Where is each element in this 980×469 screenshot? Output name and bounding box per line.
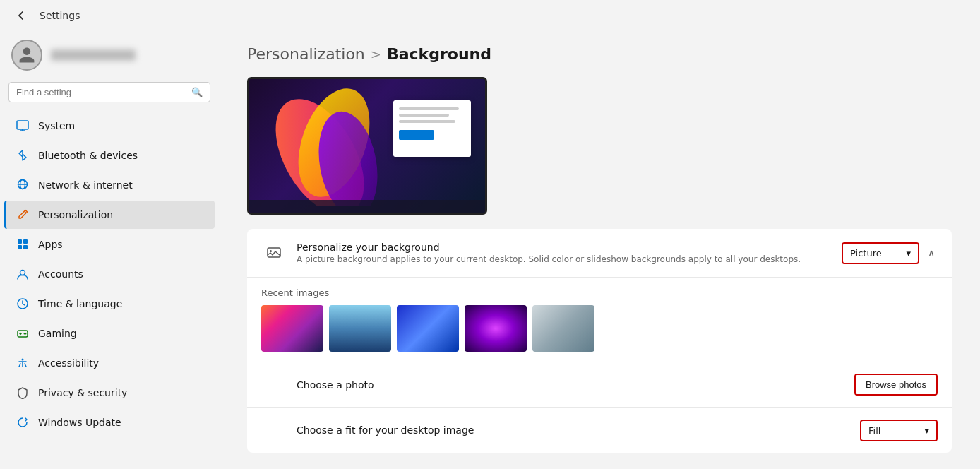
sidebar-item-network[interactable]: Network & internet bbox=[4, 171, 215, 199]
title-bar: Settings bbox=[0, 0, 980, 31]
sidebar-item-personalization[interactable]: Personalization bbox=[4, 201, 215, 229]
choose-fit-row: Choose a fit for your desktop image Fill… bbox=[247, 408, 952, 453]
preview-window-button bbox=[399, 130, 434, 140]
time-icon bbox=[16, 297, 30, 311]
sidebar-label-personalization: Personalization bbox=[38, 209, 113, 220]
breadcrumb: Personalization > Background bbox=[247, 45, 952, 63]
sidebar-item-accounts[interactable]: Accounts bbox=[4, 260, 215, 288]
choose-photo-title: Choose a photo bbox=[297, 379, 854, 391]
choose-photo-text: Choose a photo bbox=[261, 379, 854, 391]
preview-wallpaper-bg bbox=[249, 79, 485, 213]
content-area: Personalization > Background bbox=[219, 31, 980, 469]
svg-point-5 bbox=[20, 271, 25, 275]
choose-photo-control: Browse photos bbox=[854, 374, 938, 396]
svg-rect-3 bbox=[18, 245, 22, 249]
accessibility-icon bbox=[16, 356, 30, 370]
preview-window-content bbox=[399, 107, 465, 123]
sidebar-label-accessibility: Accessibility bbox=[38, 357, 99, 369]
search-input[interactable] bbox=[16, 87, 186, 97]
preview-line-3 bbox=[399, 120, 455, 123]
sidebar-item-bluetooth[interactable]: Bluetooth & devices bbox=[4, 141, 215, 170]
background-row-icon bbox=[261, 240, 287, 266]
expand-chevron-icon: ∧ bbox=[928, 247, 935, 259]
search-icon: 🔍 bbox=[191, 87, 203, 97]
avatar bbox=[11, 40, 42, 71]
sidebar-item-apps[interactable]: Apps bbox=[4, 230, 215, 259]
back-button[interactable] bbox=[11, 6, 31, 25]
network-icon bbox=[16, 178, 30, 192]
preview-line-2 bbox=[399, 114, 449, 117]
sidebar-label-bluetooth: Bluetooth & devices bbox=[38, 150, 138, 161]
recent-images-grid bbox=[261, 305, 938, 352]
sidebar-item-time[interactable]: Time & language bbox=[4, 290, 215, 318]
thumbnail-2[interactable] bbox=[329, 305, 391, 352]
sidebar-label-update: Windows Update bbox=[38, 417, 121, 428]
thumbnail-3-art bbox=[397, 305, 459, 352]
sidebar-label-network: Network & internet bbox=[38, 179, 133, 191]
user-name bbox=[51, 49, 136, 61]
personalize-background-title: Personalize your background bbox=[297, 242, 842, 253]
preview-floating-window bbox=[393, 100, 471, 157]
recent-images-section: Recent images bbox=[247, 278, 952, 362]
personalize-background-control: Picture ▾ ∧ bbox=[842, 242, 938, 264]
fit-dropdown-value: Fill bbox=[868, 425, 880, 436]
breadcrumb-current: Background bbox=[387, 45, 491, 63]
svg-rect-1 bbox=[18, 239, 22, 244]
svg-rect-0 bbox=[17, 121, 28, 129]
svg-point-10 bbox=[22, 359, 24, 361]
privacy-icon bbox=[16, 386, 30, 400]
app-title: Settings bbox=[40, 10, 80, 21]
breadcrumb-parent[interactable]: Personalization bbox=[247, 45, 365, 63]
wallpaper-preview bbox=[247, 77, 487, 215]
sidebar-item-system[interactable]: System bbox=[4, 112, 215, 140]
svg-point-8 bbox=[24, 333, 25, 335]
browse-photos-button[interactable]: Browse photos bbox=[854, 374, 938, 396]
personalization-icon bbox=[16, 208, 30, 222]
search-box[interactable]: 🔍 bbox=[8, 82, 210, 102]
sidebar-label-gaming: Gaming bbox=[38, 328, 77, 339]
sidebar-item-update[interactable]: Windows Update bbox=[4, 408, 215, 437]
thumbnail-5-art bbox=[532, 305, 594, 352]
choose-fit-control: Fill ▾ bbox=[860, 420, 938, 441]
thumbnail-5[interactable] bbox=[532, 305, 594, 352]
preview-flower bbox=[263, 86, 405, 206]
user-profile[interactable] bbox=[0, 31, 219, 82]
choose-photo-row: Choose a photo Browse photos bbox=[247, 362, 952, 408]
main-layout: 🔍 System Bluetooth & devices Network & i… bbox=[0, 31, 980, 469]
thumbnail-3[interactable] bbox=[397, 305, 459, 352]
sidebar-item-accessibility[interactable]: Accessibility bbox=[4, 349, 215, 377]
update-icon bbox=[16, 415, 30, 429]
sidebar: 🔍 System Bluetooth & devices Network & i… bbox=[0, 31, 219, 469]
fit-dropdown[interactable]: Fill ▾ bbox=[860, 420, 938, 441]
background-type-chevron: ▾ bbox=[906, 248, 911, 259]
recent-images-title: Recent images bbox=[261, 287, 938, 298]
thumbnail-4[interactable] bbox=[465, 305, 527, 352]
svg-point-15 bbox=[270, 250, 272, 252]
thumbnail-1-art bbox=[261, 305, 323, 352]
background-type-value: Picture bbox=[850, 248, 882, 259]
sidebar-label-apps: Apps bbox=[38, 239, 63, 250]
accounts-icon bbox=[16, 267, 30, 281]
sidebar-label-accounts: Accounts bbox=[38, 268, 83, 280]
settings-panel: Personalize your background A picture ba… bbox=[247, 229, 952, 453]
fit-dropdown-chevron: ▾ bbox=[924, 425, 929, 436]
system-icon bbox=[16, 119, 30, 133]
svg-point-9 bbox=[25, 333, 27, 335]
personalize-background-row: Personalize your background A picture ba… bbox=[247, 229, 952, 278]
sidebar-item-gaming[interactable]: Gaming bbox=[4, 319, 215, 348]
thumbnail-2-art bbox=[329, 305, 391, 352]
background-type-dropdown[interactable]: Picture ▾ bbox=[842, 242, 919, 264]
gaming-icon bbox=[16, 326, 30, 340]
personalize-background-desc: A picture background applies to your cur… bbox=[297, 254, 842, 264]
bluetooth-icon bbox=[16, 148, 30, 162]
choose-fit-text: Choose a fit for your desktop image bbox=[261, 425, 860, 436]
sidebar-label-privacy: Privacy & security bbox=[38, 387, 127, 398]
thumbnail-1[interactable] bbox=[261, 305, 323, 352]
expand-section-button[interactable]: ∧ bbox=[925, 244, 938, 261]
thumbnail-4-art bbox=[465, 305, 527, 352]
personalize-background-text: Personalize your background A picture ba… bbox=[297, 242, 842, 264]
sidebar-label-system: System bbox=[38, 120, 75, 131]
sidebar-item-privacy[interactable]: Privacy & security bbox=[4, 379, 215, 407]
apps-icon bbox=[16, 237, 30, 251]
choose-fit-title: Choose a fit for your desktop image bbox=[297, 425, 860, 436]
